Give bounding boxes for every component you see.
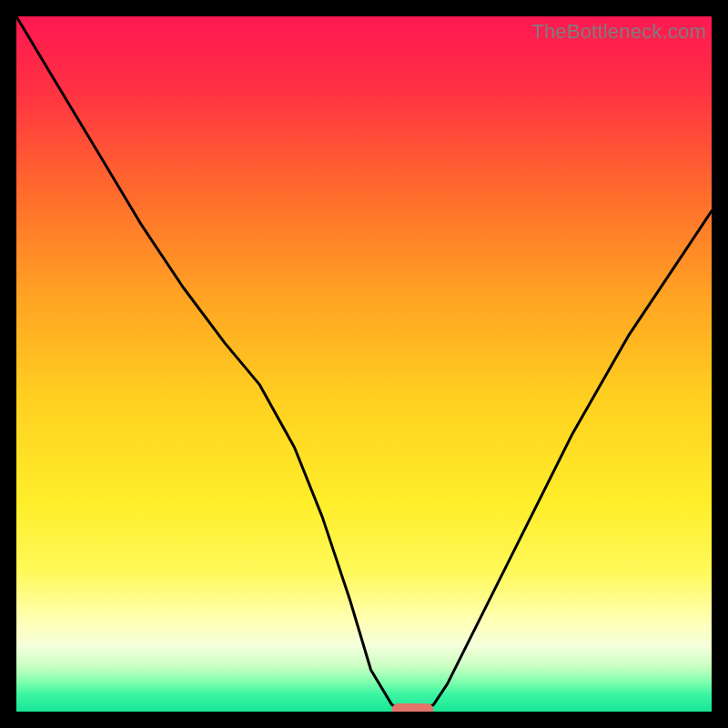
chart-frame: TheBottleneck.com [0, 0, 728, 728]
watermark-text: TheBottleneck.com [531, 20, 706, 44]
plot-area [16, 16, 712, 712]
gradient-background [16, 16, 712, 712]
optimal-range-marker [392, 703, 434, 712]
chart-svg [16, 16, 712, 712]
